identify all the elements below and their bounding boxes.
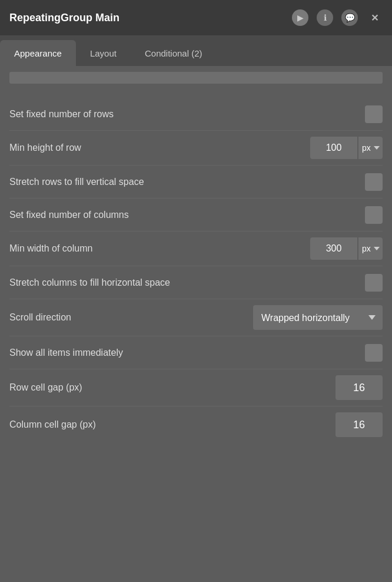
value-box-row-cell-gap[interactable]: 16 <box>335 375 383 400</box>
setting-label-min-width-column: Min width of column <box>9 243 310 254</box>
tab-appearance[interactable]: Appearance <box>0 40 76 66</box>
toggle-stretch-rows[interactable] <box>365 173 383 191</box>
setting-row-row-cell-gap: Row cell gap (px)16 <box>9 369 383 406</box>
input-min-height-row[interactable] <box>310 137 357 159</box>
setting-row-show-all-items: Show all items immediately <box>9 336 383 369</box>
toggle-fixed-rows[interactable] <box>365 105 383 123</box>
close-icon[interactable]: ✕ <box>366 9 383 26</box>
value-box-column-cell-gap[interactable]: 16 <box>335 412 383 437</box>
input-group-min-width-column: px <box>310 237 383 260</box>
unit-select-min-width-column[interactable]: px <box>358 237 383 260</box>
setting-label-min-height-row: Min height of row <box>9 143 310 153</box>
comment-icon[interactable]: 💬 <box>341 9 358 26</box>
tabs: Appearance Layout Conditional (2) <box>0 35 392 66</box>
toggle-show-all-items[interactable] <box>365 344 383 362</box>
setting-row-min-height-row: Min height of rowpx <box>9 131 383 166</box>
toggle-fixed-columns[interactable] <box>365 206 383 224</box>
setting-label-show-all-items: Show all items immediately <box>9 348 365 358</box>
toggle-stretch-columns[interactable] <box>365 274 383 292</box>
tab-conditional[interactable]: Conditional (2) <box>131 40 217 66</box>
setting-label-stretch-rows: Stretch rows to fill vertical space <box>9 177 365 187</box>
setting-label-fixed-columns: Set fixed number of columns <box>9 210 365 220</box>
tab-layout[interactable]: Layout <box>76 40 131 66</box>
window: RepeatingGroup Main ▶ ℹ 💬 ✕ Appearance L… <box>0 0 392 582</box>
setting-label-scroll-direction: Scroll direction <box>9 312 253 323</box>
input-group-min-height-row: px <box>310 137 383 159</box>
setting-row-min-width-column: Min width of columnpx <box>9 232 383 266</box>
unit-select-min-height-row[interactable]: px <box>358 137 383 159</box>
dropdown-scroll-direction[interactable]: Wrapped horizontallyVerticalHorizontalFi… <box>253 305 383 330</box>
setting-label-column-cell-gap: Column cell gap (px) <box>9 419 335 430</box>
setting-label-row-cell-gap: Row cell gap (px) <box>9 382 335 393</box>
title-bar-icons: ▶ ℹ 💬 ✕ <box>292 9 383 26</box>
setting-row-scroll-direction: Scroll directionWrapped horizontallyVert… <box>9 299 383 336</box>
settings-container: Set fixed number of rowsMin height of ro… <box>9 98 383 443</box>
title-bar: RepeatingGroup Main ▶ ℹ 💬 ✕ <box>0 0 392 35</box>
setting-label-fixed-rows: Set fixed number of rows <box>9 109 365 120</box>
setting-row-fixed-rows: Set fixed number of rows <box>9 98 383 131</box>
info-icon[interactable]: ℹ <box>317 9 333 26</box>
window-title: RepeatingGroup Main <box>9 12 292 24</box>
setting-row-stretch-columns: Stretch columns to fill horizontal space <box>9 266 383 299</box>
setting-row-stretch-rows: Stretch rows to fill vertical space <box>9 166 383 199</box>
input-min-width-column[interactable] <box>310 237 357 260</box>
setting-label-stretch-columns: Stretch columns to fill horizontal space <box>9 277 365 288</box>
content-area: Set fixed number of rowsMin height of ro… <box>0 66 392 582</box>
setting-row-fixed-columns: Set fixed number of columns <box>9 199 383 232</box>
connector-bar <box>9 72 383 84</box>
setting-row-column-cell-gap: Column cell gap (px)16 <box>9 406 383 443</box>
play-icon[interactable]: ▶ <box>292 9 308 26</box>
